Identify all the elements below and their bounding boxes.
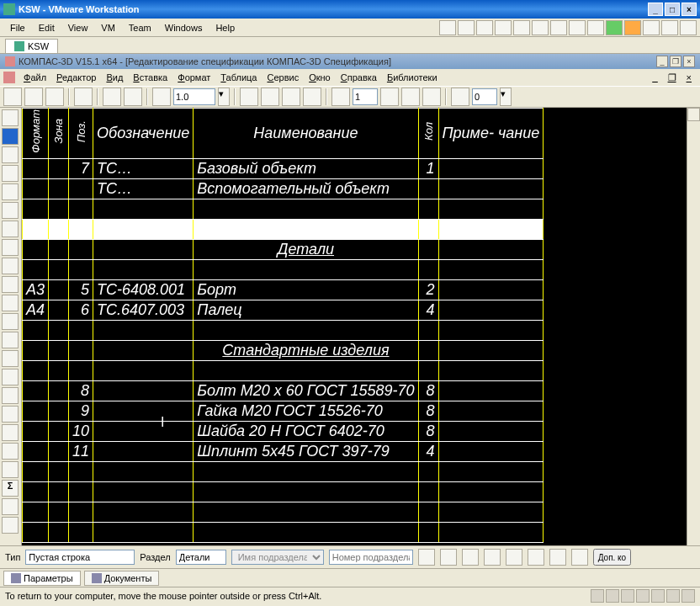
new-button[interactable] — [3, 88, 22, 106]
kmenu-format[interactable]: Формат — [172, 71, 215, 84]
print-button[interactable] — [74, 88, 93, 106]
menu-view[interactable]: View — [61, 21, 95, 35]
table-row[interactable]: А46ТС.6407.003Палец4 — [23, 300, 544, 320]
ltool-button[interactable] — [2, 387, 19, 404]
tool-icon[interactable] — [680, 20, 697, 35]
table-row[interactable] — [23, 360, 544, 380]
tool-button[interactable] — [422, 88, 441, 106]
page-input[interactable] — [353, 88, 378, 105]
tool-button[interactable] — [282, 88, 300, 106]
tool-icon[interactable] — [476, 20, 493, 35]
razdel-input[interactable] — [176, 550, 226, 565]
table-row[interactable]: 7ТС…Базовый объект1 — [23, 158, 544, 178]
menu-file[interactable]: File — [3, 21, 32, 35]
prop-button[interactable] — [506, 549, 522, 566]
table-row[interactable]: 10Шайба 20 Н ГОСТ 6402-708 — [23, 421, 544, 441]
offset-dropdown[interactable]: ▾ — [500, 88, 512, 106]
ltool-button[interactable] — [2, 146, 19, 163]
ltool-button[interactable] — [2, 517, 19, 534]
ltool-button[interactable] — [2, 443, 19, 460]
kmenu-table[interactable]: Таблица — [215, 71, 262, 84]
zoom-dropdown[interactable]: ▾ — [218, 88, 230, 106]
table-row[interactable]: Стандартные изделия — [23, 340, 544, 360]
prop-button[interactable] — [528, 549, 544, 566]
dop-button[interactable]: Доп. ко — [593, 549, 631, 566]
kmenu-edit[interactable]: Редактор — [51, 71, 101, 84]
tool-icon[interactable] — [643, 20, 660, 35]
minimize-button[interactable]: _ — [648, 3, 663, 16]
vm-tab[interactable]: KSW — [5, 39, 58, 53]
ltool-button[interactable] — [2, 424, 19, 441]
mdi-minimize[interactable]: _ — [647, 71, 662, 84]
ltool-button[interactable] — [2, 350, 19, 367]
ltool-button[interactable] — [2, 128, 19, 145]
ltool-button[interactable] — [2, 165, 19, 182]
table-row[interactable] — [23, 219, 544, 239]
tool-icon[interactable] — [495, 20, 512, 35]
tool-button[interactable] — [401, 88, 420, 106]
offset-input[interactable] — [472, 88, 497, 105]
inner-minimize[interactable]: _ — [656, 56, 668, 67]
spec-table[interactable]: ФорматЗонаПоз.ОбозначениеНаименованиеКол… — [22, 108, 544, 543]
ltool-button[interactable] — [2, 332, 19, 348]
ltool-button[interactable] — [2, 183, 19, 200]
tray-icon[interactable] — [606, 589, 619, 603]
ltool-button[interactable] — [2, 498, 19, 515]
ltool-button[interactable] — [2, 109, 19, 126]
prop-button[interactable] — [484, 549, 501, 566]
copy-button[interactable] — [124, 88, 142, 106]
ltool-sigma[interactable]: Σ — [2, 480, 19, 497]
ltool-button[interactable] — [2, 239, 19, 256]
table-row[interactable] — [23, 320, 544, 340]
table-row[interactable] — [23, 461, 544, 481]
tool-button[interactable] — [261, 88, 279, 106]
tray-icon[interactable] — [636, 589, 650, 603]
zoom-button[interactable] — [152, 88, 171, 106]
mdi-close[interactable]: × — [681, 71, 697, 84]
prop-button[interactable] — [462, 549, 479, 566]
kmenu-insert[interactable]: Вставка — [128, 71, 172, 84]
table-row[interactable] — [23, 259, 544, 279]
tray-icon[interactable] — [681, 589, 695, 603]
play-icon[interactable] — [606, 20, 623, 35]
menu-team[interactable]: Team — [122, 21, 158, 35]
prev-page-button[interactable] — [331, 88, 350, 106]
zoom-input[interactable] — [173, 88, 215, 105]
menu-windows[interactable]: Windows — [158, 21, 209, 35]
inner-close[interactable]: × — [683, 56, 695, 67]
tool-icon[interactable] — [550, 20, 567, 35]
ltool-button[interactable] — [2, 369, 19, 385]
menu-help[interactable]: Help — [209, 21, 241, 35]
kmenu-libs[interactable]: Библиотеки — [382, 71, 443, 84]
table-row[interactable]: ТС…Вспомогательный объект — [23, 178, 544, 199]
scroll-up[interactable] — [687, 108, 700, 121]
tool-icon[interactable] — [513, 20, 530, 35]
tray-icon[interactable] — [651, 589, 665, 603]
pause-icon[interactable] — [624, 20, 641, 35]
table-row[interactable]: Детали — [23, 239, 544, 259]
table-row[interactable] — [23, 199, 544, 219]
kmenu-service[interactable]: Сервис — [262, 71, 304, 84]
tool-icon[interactable] — [661, 20, 678, 35]
nomer-input[interactable] — [329, 550, 413, 565]
ltool-button[interactable] — [2, 202, 19, 219]
tool-icon[interactable] — [587, 20, 604, 35]
tray-icon[interactable] — [591, 589, 604, 603]
tool-icon[interactable] — [439, 20, 456, 35]
save-button[interactable] — [45, 88, 64, 106]
kmenu-file[interactable]: Файл — [19, 71, 51, 84]
table-row[interactable] — [23, 481, 544, 502]
tool-icon[interactable] — [532, 20, 549, 35]
ltool-button[interactable] — [2, 313, 19, 330]
imya-select[interactable]: Имя подраздела — [231, 550, 324, 565]
menu-edit[interactable]: Edit — [32, 21, 61, 35]
tool-button[interactable] — [240, 88, 258, 106]
tip-input[interactable] — [25, 550, 135, 565]
kmenu-window[interactable]: Окно — [304, 71, 336, 84]
tool-button[interactable] — [451, 88, 469, 106]
tab-docs[interactable]: Документы — [84, 571, 160, 586]
kmenu-view[interactable]: Вид — [101, 71, 128, 84]
cut-button[interactable] — [103, 88, 121, 106]
table-row[interactable]: 9Гайка М20 ГОСТ 15526-708 — [23, 401, 544, 421]
tool-button[interactable] — [303, 88, 321, 106]
